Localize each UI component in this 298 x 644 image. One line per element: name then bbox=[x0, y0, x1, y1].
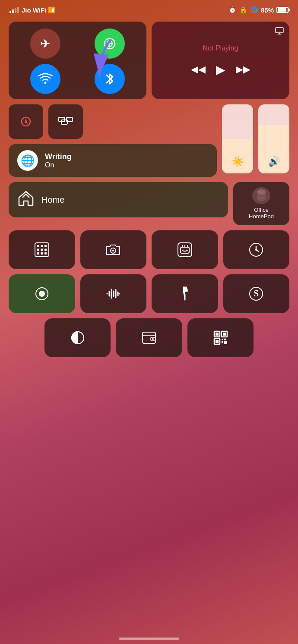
battery-icon bbox=[276, 7, 288, 13]
media-controls: ◀◀ ▶ ▶▶ bbox=[191, 63, 250, 77]
homepod-tile[interactable]: OfficeHomePod bbox=[233, 182, 289, 225]
app-grid-row3 bbox=[9, 318, 289, 357]
app-grid-row1 bbox=[9, 230, 289, 269]
media-tile[interactable]: Not Playing ◀◀ ▶ ▶▶ bbox=[152, 22, 289, 99]
signal-bar-1 bbox=[10, 11, 11, 13]
signal-bar-2 bbox=[12, 9, 14, 13]
svg-point-37 bbox=[39, 291, 45, 297]
status-bar: Jio WiFi 📶 ⏰ 🔒 🌐 85% bbox=[0, 0, 298, 17]
wifi-status-icon: 📶 bbox=[48, 6, 55, 13]
home-indicator[interactable] bbox=[119, 638, 179, 640]
svg-point-8 bbox=[25, 120, 27, 123]
status-right: ⏰ 🔒 🌐 85% bbox=[228, 6, 288, 14]
svg-text:S: S bbox=[254, 288, 259, 298]
svg-point-4 bbox=[44, 82, 46, 84]
shazam-button[interactable]: S bbox=[223, 274, 290, 313]
signal-bars bbox=[10, 7, 19, 13]
not-playing-text: Not Playing bbox=[203, 44, 238, 52]
alarm-icon: ⏰ bbox=[228, 6, 237, 14]
clock-button[interactable] bbox=[223, 230, 290, 269]
homepod-label: OfficeHomePod bbox=[249, 207, 274, 220]
screen-record-button[interactable] bbox=[9, 274, 75, 313]
screen-mirror-button[interactable] bbox=[48, 104, 83, 139]
writing-text: Writing On bbox=[45, 152, 72, 169]
svg-rect-57 bbox=[222, 339, 223, 340]
app-grid-row2: S bbox=[9, 274, 289, 313]
play-button[interactable]: ▶ bbox=[216, 63, 225, 77]
contrast-button[interactable] bbox=[44, 318, 111, 357]
airplay-icon[interactable] bbox=[275, 27, 284, 37]
homepod-icon bbox=[252, 187, 270, 204]
battery-percent: 85% bbox=[261, 6, 274, 14]
svg-point-50 bbox=[152, 338, 154, 340]
svg-point-14 bbox=[257, 197, 266, 201]
svg-rect-24 bbox=[44, 252, 47, 254]
memoji-button[interactable] bbox=[152, 230, 218, 269]
rotation-lock-button[interactable] bbox=[9, 104, 43, 139]
carrier-name: Jio WiFi bbox=[22, 6, 46, 14]
airplane-icon: ✈ bbox=[40, 37, 50, 51]
screen-mirror-icon bbox=[58, 116, 73, 128]
writing-globe-icon: 🌐 bbox=[17, 150, 38, 171]
wifi-icon bbox=[38, 73, 53, 85]
volume-icon: 🔊 bbox=[268, 156, 280, 167]
svg-rect-59 bbox=[222, 341, 223, 343]
airplane-mode-button[interactable]: ✈ bbox=[30, 28, 60, 59]
svg-rect-22 bbox=[37, 252, 39, 254]
calculator-button[interactable] bbox=[9, 230, 75, 269]
signal-bar-3 bbox=[15, 8, 16, 13]
flashlight-button[interactable] bbox=[152, 274, 218, 313]
network-tile[interactable]: ✈ bbox=[9, 22, 146, 99]
camera-button[interactable] bbox=[80, 230, 147, 269]
rotation-lock-icon bbox=[19, 115, 32, 128]
svg-rect-18 bbox=[44, 245, 47, 247]
fast-forward-button[interactable]: ▶▶ bbox=[236, 64, 250, 75]
row-1: ✈ bbox=[9, 22, 289, 99]
soundwave-button[interactable] bbox=[80, 274, 147, 313]
writing-subtitle: On bbox=[45, 161, 72, 169]
writing-tile[interactable]: 🌐 Writing On bbox=[9, 144, 217, 177]
lock-icon: 🔒 bbox=[239, 6, 247, 14]
row-3: Home OfficeHomePod bbox=[9, 182, 289, 225]
sliders-column: ☀️ 🔊 bbox=[222, 104, 289, 177]
svg-rect-21 bbox=[44, 249, 47, 251]
row-2: 🌐 Writing On ☀️ 🔊 bbox=[9, 104, 289, 177]
status-left: Jio WiFi 📶 bbox=[10, 6, 55, 14]
svg-rect-23 bbox=[41, 252, 43, 254]
svg-rect-17 bbox=[41, 245, 43, 247]
rewind-button[interactable]: ◀◀ bbox=[191, 64, 206, 75]
brightness-icon: ☀️ bbox=[232, 156, 244, 167]
left-column: 🌐 Writing On bbox=[9, 104, 217, 177]
svg-rect-60 bbox=[224, 341, 227, 344]
svg-rect-54 bbox=[223, 333, 226, 336]
volume-slider[interactable]: 🔊 bbox=[258, 104, 289, 173]
svg-point-26 bbox=[112, 250, 114, 251]
svg-rect-19 bbox=[37, 249, 39, 251]
globe-icon: 🌐 bbox=[250, 6, 258, 14]
wifi-button[interactable] bbox=[30, 64, 60, 94]
svg-rect-5 bbox=[276, 28, 283, 33]
control-center: ✈ bbox=[0, 17, 298, 361]
svg-rect-52 bbox=[216, 333, 219, 336]
wallet-button[interactable] bbox=[116, 318, 182, 357]
signal-bar-4 bbox=[17, 7, 19, 13]
svg-rect-27 bbox=[178, 243, 192, 257]
svg-rect-56 bbox=[216, 340, 219, 343]
svg-rect-20 bbox=[41, 249, 43, 251]
qr-scanner-button[interactable] bbox=[187, 318, 254, 357]
home-tile[interactable]: Home bbox=[9, 182, 228, 217]
small-buttons-row bbox=[9, 104, 217, 139]
home-label: Home bbox=[41, 195, 64, 205]
brightness-slider[interactable]: ☀️ bbox=[222, 104, 253, 173]
writing-title: Writing bbox=[45, 152, 72, 161]
svg-rect-58 bbox=[224, 339, 226, 340]
svg-point-35 bbox=[255, 249, 257, 251]
svg-rect-16 bbox=[37, 245, 39, 247]
home-icon bbox=[17, 190, 35, 210]
battery-fill bbox=[278, 8, 286, 12]
